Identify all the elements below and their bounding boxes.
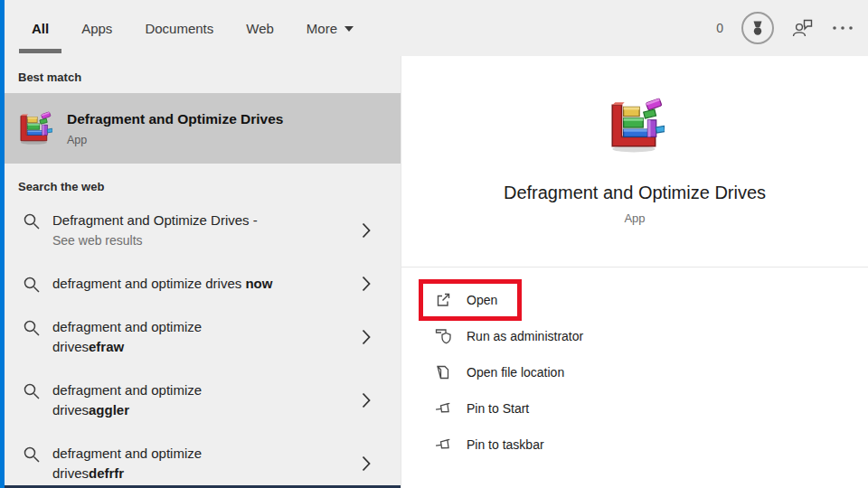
pin-icon: [434, 437, 452, 452]
best-match-text: Defragment and Optimize Drives App: [67, 111, 283, 146]
action-run-admin-label: Run as administrator: [467, 329, 583, 343]
result-text: defragment and optimize: [52, 382, 202, 398]
search-icon: [23, 446, 41, 464]
result-text: defragment and optimize drives: [52, 276, 245, 291]
search-icon: [23, 319, 41, 337]
action-open-label: Open: [467, 293, 497, 307]
divider: [401, 267, 868, 267]
pin-icon: [434, 401, 452, 416]
tab-documents[interactable]: Documents: [145, 0, 213, 56]
best-match-header: Best match: [5, 56, 401, 93]
chevron-down-icon: [344, 26, 354, 32]
rewards-count: 0: [716, 21, 723, 35]
app-type: App: [624, 211, 645, 225]
tab-all[interactable]: All: [32, 0, 49, 56]
action-open-file-location[interactable]: Open file location: [401, 354, 868, 390]
filter-tabs: All Apps Documents Web More: [5, 0, 354, 56]
feedback-icon[interactable]: [792, 18, 814, 38]
web-result-row[interactable]: defragment and optimize drives now: [5, 262, 401, 305]
app-detail-panel: Defragment and Optimize Drives App Open: [401, 56, 868, 488]
search-icon: [23, 212, 41, 230]
search-filter-bar: All Apps Documents Web More 0: [5, 0, 868, 56]
best-match-title: Defragment and Optimize Drives: [67, 111, 283, 127]
chevron-right-icon[interactable]: [362, 222, 371, 239]
action-pin-to-taskbar[interactable]: Pin to taskbar: [401, 427, 868, 463]
web-result-row[interactable]: defragment and optimize drivesefraw: [5, 305, 401, 369]
chevron-right-icon[interactable]: [362, 392, 371, 408]
action-open[interactable]: Open: [401, 282, 868, 318]
search-web-header: Search the web: [5, 164, 401, 199]
search-icon: [23, 276, 41, 294]
action-pin-to-start[interactable]: Pin to Start: [401, 390, 868, 427]
action-run-as-administrator[interactable]: Run as administrator: [401, 318, 868, 354]
tab-more[interactable]: More: [307, 0, 354, 56]
action-pin-taskbar-label: Pin to taskbar: [467, 437, 544, 452]
action-list: Open Run as administrator: [401, 282, 868, 463]
defrag-app-icon-large: [605, 96, 665, 155]
action-pin-start-label: Pin to Start: [467, 401, 529, 416]
rewards-icon[interactable]: [741, 12, 774, 44]
chevron-right-icon[interactable]: [362, 455, 371, 472]
action-file-location-label: Open file location: [467, 365, 564, 380]
defrag-app-icon: [16, 110, 52, 146]
app-hero: Defragment and Optimize Drives App: [401, 56, 868, 225]
admin-shield-icon: [434, 328, 452, 344]
result-text: Defragment and Optimize Drives -: [52, 212, 258, 228]
open-icon: [434, 292, 452, 308]
web-result-row[interactable]: defragment and optimize drivesdefrfr: [5, 432, 401, 488]
more-options-icon[interactable]: [832, 25, 854, 31]
best-match-result[interactable]: Defragment and Optimize Drives App: [5, 93, 401, 164]
search-icon: [23, 382, 41, 400]
file-location-icon: [434, 364, 452, 380]
topbar-right-controls: 0: [716, 0, 854, 56]
result-text: defragment and optimize: [52, 319, 202, 334]
best-match-type: App: [67, 134, 283, 146]
see-web-results: See web results: [52, 230, 340, 250]
tab-more-label: More: [307, 21, 337, 36]
search-results-panel: Best match Defragment and Optimize Drive…: [5, 56, 401, 488]
chevron-right-icon[interactable]: [362, 276, 371, 292]
web-result-row[interactable]: Defragment and Optimize Drives - See web…: [5, 199, 401, 262]
result-text: defragment and optimize: [52, 446, 202, 461]
chevron-right-icon[interactable]: [362, 329, 371, 345]
tab-apps[interactable]: Apps: [81, 0, 112, 56]
windows-search-panel: All Apps Documents Web More 0: [0, 0, 868, 488]
web-result-row[interactable]: defragment and optimize drivesaggler: [5, 369, 401, 432]
tab-web[interactable]: Web: [246, 0, 274, 56]
app-title: Defragment and Optimize Drives: [504, 183, 766, 203]
